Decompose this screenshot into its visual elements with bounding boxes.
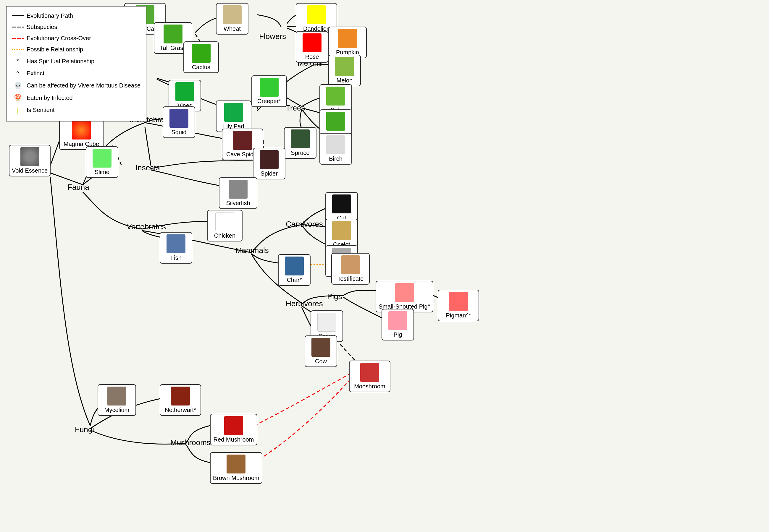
node-pigman: Pigman^* xyxy=(438,290,479,321)
node-mycelium: Mycelium xyxy=(98,384,136,416)
char-sprite xyxy=(285,257,304,275)
legend-box: Evolutionary Path Subspecies Evolutionar… xyxy=(6,6,146,121)
void-essence-label: Void Essence xyxy=(12,167,48,174)
node-cow: Cow xyxy=(305,335,337,367)
node-lily-pad: Lily Pad xyxy=(216,100,251,132)
legend-item-disease: 💀 Can be affected by Vivere Mortuus Dise… xyxy=(12,80,140,91)
node-red-mushroom: Red Mushroom xyxy=(210,414,257,445)
cactus-sprite xyxy=(192,44,210,63)
testificate-label: Testificate xyxy=(337,275,364,282)
silverfish-label: Silverfish xyxy=(226,200,250,207)
wheat-label: Wheat xyxy=(224,25,241,32)
rod-icon: | xyxy=(12,105,24,116)
spider-label: Spider xyxy=(260,170,278,177)
node-fish: Fish xyxy=(160,232,192,264)
legend-item-spiritual: * Has Spiritual Relationship xyxy=(12,56,140,67)
creeper-label: Creeper* xyxy=(257,98,281,105)
rose-sprite xyxy=(302,33,321,52)
node-silverfish: Silverfish xyxy=(219,177,257,209)
spruce-label: Spruce xyxy=(291,150,309,156)
node-small-pig: Small-Snouted Pig^ xyxy=(375,281,433,312)
node-melon: Melon xyxy=(328,55,361,86)
cow-label: Cow xyxy=(315,358,327,365)
node-creeper: Creeper* xyxy=(251,75,287,107)
node-brown-mushroom: Brown Mushroom xyxy=(210,452,262,484)
fungi-label: Fungi xyxy=(75,425,94,434)
legend-item-extinct: ^ Extinct xyxy=(12,68,140,79)
node-magma-cube: Magma Cube xyxy=(59,118,103,150)
diagram-canvas: Evolutionary Path Subspecies Evolutionar… xyxy=(0,0,769,532)
jungle-sprite xyxy=(326,112,345,131)
node-spider: Spider xyxy=(253,148,285,179)
trees-label: Trees xyxy=(286,103,305,113)
sheep-sprite xyxy=(317,313,336,332)
insects-label: Insects xyxy=(135,163,160,172)
oak-sprite xyxy=(326,87,345,106)
pig-label: Pig xyxy=(394,331,402,338)
pig-sprite xyxy=(389,311,407,330)
legend-item-evolutionary-path: Evolutionary Path xyxy=(12,11,140,21)
netherwart-sprite xyxy=(171,387,190,406)
char-label: Char* xyxy=(286,277,302,283)
brown-mushroom-sprite xyxy=(226,455,245,473)
slime-sprite xyxy=(93,149,111,168)
carnivores-label: Carnivores xyxy=(286,220,323,229)
rose-label: Rose xyxy=(305,53,319,60)
void-essence-sprite xyxy=(20,147,39,166)
dandelion-sprite xyxy=(307,5,326,24)
netherwart-label: Netherwart* xyxy=(165,407,196,413)
cow-sprite xyxy=(311,338,330,357)
node-cactus: Cactus xyxy=(183,41,219,73)
node-char: Char* xyxy=(278,254,310,286)
skull-icon: 💀 xyxy=(12,80,24,91)
possible-rel-icon xyxy=(12,49,24,50)
node-pumpkin: Pumpkin xyxy=(328,27,367,58)
spruce-sprite xyxy=(291,129,310,148)
squid-label: Squid xyxy=(171,129,186,136)
pigman-sprite xyxy=(449,292,468,311)
herbivores-label: Herbivores xyxy=(286,299,323,308)
pigman-label: Pigman^* xyxy=(446,312,471,319)
node-squid: Squid xyxy=(163,106,195,138)
tall-grass-sprite xyxy=(163,25,182,43)
slime-label: Slime xyxy=(95,169,109,176)
magma-cube-sprite xyxy=(72,121,91,140)
chicken-label: Chicken xyxy=(214,232,235,239)
mushrooms-label: Mushrooms xyxy=(170,438,210,447)
cave-spider-sprite xyxy=(233,131,252,150)
cat-sprite xyxy=(332,194,351,213)
chicken-sprite xyxy=(215,212,234,231)
ocelot-sprite xyxy=(332,221,351,240)
red-mushroom-label: Red Mushroom xyxy=(213,436,254,443)
node-birch: Birch xyxy=(319,133,352,165)
fish-sprite xyxy=(166,234,185,253)
extinct-icon: ^ xyxy=(12,68,24,79)
wheat-sprite xyxy=(223,5,242,24)
testificate-sprite xyxy=(341,255,360,274)
spider-sprite xyxy=(260,150,278,169)
red-mushroom-sprite xyxy=(224,416,243,435)
node-rose: Rose xyxy=(296,31,328,63)
node-slime: Slime xyxy=(86,146,118,178)
node-testificate: Testificate xyxy=(331,253,370,285)
legend-item-crossover: Evolutionary Cross-Over xyxy=(12,33,140,43)
pumpkin-sprite xyxy=(338,29,357,48)
cactus-label: Cactus xyxy=(192,64,210,71)
squid-sprite xyxy=(169,109,188,128)
node-netherwart: Netherwart* xyxy=(160,384,201,416)
mycelium-label: Mycelium xyxy=(104,407,129,413)
star-icon: * xyxy=(12,56,24,67)
crossover-icon xyxy=(12,38,24,39)
tall-grass-label: Tall Grass xyxy=(160,45,186,51)
node-spruce: Spruce xyxy=(284,127,316,159)
node-void-essence: Void Essence xyxy=(9,145,51,176)
node-wheat: Wheat xyxy=(216,3,248,35)
node-mooshroom: Mooshroom xyxy=(349,361,391,392)
node-chicken: Chicken xyxy=(207,210,242,241)
mammals-label: Mammals xyxy=(235,246,269,255)
vines-sprite xyxy=(175,82,194,101)
creeper-sprite xyxy=(260,78,278,97)
legend-item-possible: Possible Relationship xyxy=(12,44,140,54)
melon-label: Melon xyxy=(336,77,352,84)
fauna-label: Fauna xyxy=(67,183,89,192)
